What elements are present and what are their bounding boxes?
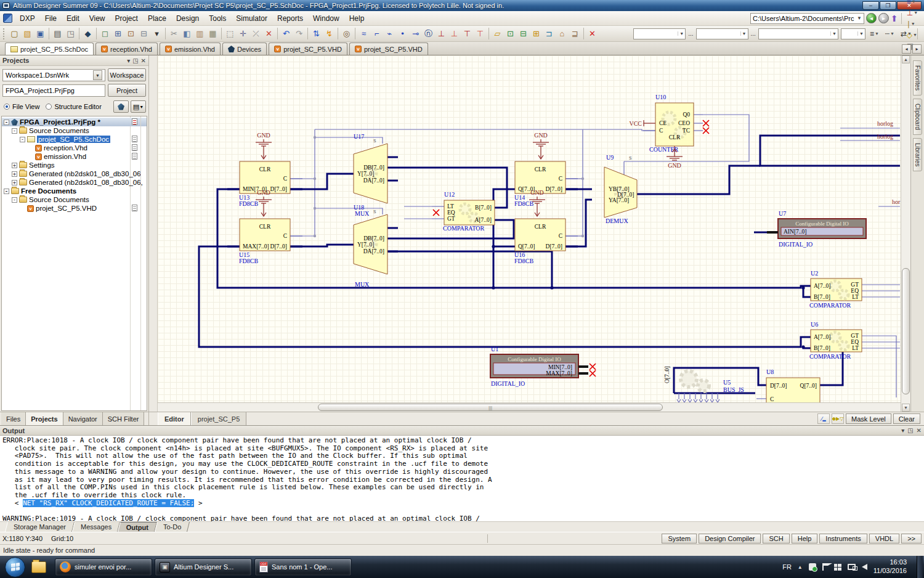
- usb-tray-icon[interactable]: [809, 563, 816, 571]
- component-U1[interactable]: Configurable Digital IOMIN[7..0]MAX[7..0…: [490, 346, 588, 387]
- component-U2[interactable]: A[7..0]B[7..0]GTEQLTU2COMPARATOR: [809, 270, 862, 309]
- menu-dxp[interactable]: DXP: [15, 12, 40, 25]
- net-label[interactable]: horlog: [877, 120, 893, 127]
- menu-view[interactable]: View: [84, 12, 110, 25]
- menu-file[interactable]: File: [40, 12, 62, 25]
- bottom-tab-to-do[interactable]: To-Do: [155, 522, 190, 532]
- save-document-icon[interactable]: ▣: [34, 27, 47, 40]
- tree-expander-icon[interactable]: +: [12, 163, 17, 168]
- side-tab-favorites[interactable]: Favorites: [913, 60, 922, 96]
- address-dropdown-icon[interactable]: ▼: [857, 15, 862, 21]
- cut-icon[interactable]: ✂: [168, 27, 180, 40]
- side-tab-clipboard[interactable]: Clipboard: [913, 99, 922, 135]
- place-sheet-entry-icon[interactable]: ⊟: [517, 27, 530, 40]
- move-up-down-icon[interactable]: ⇅: [310, 27, 323, 40]
- vertical-scroll-thumb[interactable]: [902, 268, 910, 394]
- paste-array-icon[interactable]: ▦: [206, 27, 219, 40]
- menu-reports[interactable]: Reports: [272, 12, 308, 25]
- doc-tab-reception.vhd[interactable]: vreception.Vhd: [95, 43, 158, 55]
- output-log[interactable]: ERROR:Place:1018 - A clock IOB / clock c…: [0, 435, 924, 521]
- action-center-icon[interactable]: [822, 563, 828, 571]
- tree-item-reception-vhd[interactable]: vreception.Vhd: [2, 144, 147, 152]
- size-combo[interactable]: ▼: [696, 28, 748, 39]
- show-desktop-button[interactable]: [917, 556, 923, 578]
- place-junction-icon[interactable]: •: [396, 27, 409, 40]
- paste-icon[interactable]: ▥: [193, 27, 206, 40]
- print-preview-icon[interactable]: ◳: [64, 27, 77, 40]
- tree-expander-icon[interactable]: -: [12, 128, 17, 134]
- style-combo[interactable]: ▼: [758, 28, 838, 39]
- up-one-level-icon[interactable]: ⬆: [891, 14, 898, 23]
- component-U15[interactable]: CLRCMAX[7..0]D[7..0]U15FD8CB: [227, 219, 302, 264]
- workspace-combo[interactable]: Workspace1.DsnWrk▼: [2, 69, 105, 81]
- find-similar-icon[interactable]: ◎: [340, 27, 353, 40]
- tree-expander-icon[interactable]: +: [12, 180, 17, 185]
- line-weight-dropdown[interactable]: ≡▼: [868, 28, 881, 39]
- address-bar[interactable]: C:\Users\Altium-2\Documents\Prc▼: [750, 13, 864, 24]
- place-gnd-power-icon[interactable]: ⊥: [448, 27, 461, 40]
- place-probe-icon[interactable]: ⊒: [569, 27, 582, 40]
- workspace-button[interactable]: Workspace: [108, 68, 146, 81]
- tree-expander-icon[interactable]: -: [20, 137, 25, 142]
- mask-level-button[interactable]: Mask Level: [846, 413, 891, 424]
- zoom-document-icon[interactable]: ⊞: [111, 27, 124, 40]
- status-button-design-compiler[interactable]: Design Compiler: [699, 534, 761, 543]
- status-button-sch[interactable]: SCH: [763, 534, 789, 543]
- schematic-drawing[interactable]: CLRCMIN[7..0]D[7..0]U13FD8CBCLRCMAX[7..0…: [158, 55, 901, 402]
- taskbar-button-altium[interactable]: ▣Altium Designer S...: [155, 558, 252, 576]
- open-document-icon[interactable]: ▧: [21, 27, 34, 40]
- font-combo[interactable]: ▼: [633, 28, 686, 39]
- output-menu-icon[interactable]: ▾: [901, 427, 904, 434]
- devices-view-icon[interactable]: ◆: [81, 27, 94, 40]
- doc-tab-projet_sc_p5.vhd[interactable]: vprojet_SC_P5.VHD: [269, 43, 347, 55]
- menu-design[interactable]: Design: [171, 12, 204, 25]
- place-vcc-port-icon[interactable]: ⊤: [461, 27, 474, 40]
- project-field[interactable]: FPGA_Project1.PrjFpg: [2, 84, 105, 97]
- tree-item-settings[interactable]: +Settings: [2, 161, 147, 169]
- forward-button[interactable]: ▸: [878, 13, 889, 23]
- editor-tab-projet_sc_p5[interactable]: projet_SC_P5: [191, 412, 247, 425]
- toolbar-grip[interactable]: [3, 28, 6, 39]
- filter-icon[interactable]: ◆▶▽: [832, 413, 844, 424]
- place-bus-icon[interactable]: ⌐: [370, 27, 383, 40]
- project-button[interactable]: Project: [108, 84, 146, 97]
- menu-help[interactable]: Help: [344, 12, 370, 25]
- clear-filter-icon[interactable]: ✕: [262, 27, 275, 40]
- place-bus-entry-icon[interactable]: ⌁: [383, 27, 396, 40]
- tree-item-projet-sc-p5-vhd[interactable]: vprojet_SC_P5.VHD: [2, 204, 147, 213]
- zoom-selection-icon[interactable]: ⊡: [124, 27, 137, 40]
- panel-tab-files[interactable]: Files: [1, 412, 26, 425]
- tree-item-source-documents[interactable]: -Source Documents: [2, 195, 147, 204]
- menu-window[interactable]: Window: [308, 12, 344, 25]
- component-U10[interactable]: Q0CECEOCTCCLRU10VCCCOUNTERGND: [629, 94, 694, 169]
- zoom-window-icon[interactable]: ◻: [99, 27, 111, 40]
- panel-tab-sch-filter[interactable]: SCH Filter: [103, 412, 145, 425]
- output-pin-icon[interactable]: ◳: [907, 427, 913, 434]
- interactive-run-icon[interactable]: ↯: [323, 27, 336, 40]
- side-tab-libraries[interactable]: Libraries: [913, 138, 922, 171]
- bottom-tab-storage-manager[interactable]: Storage Manager: [5, 522, 75, 532]
- zoom-dropdown-icon[interactable]: ▾: [150, 27, 163, 40]
- structure-editor-radio[interactable]: [46, 104, 52, 110]
- tab-scroll-right-icon[interactable]: ▸: [912, 44, 922, 54]
- editor-tab-editor[interactable]: Editor: [158, 412, 191, 425]
- line-style-dropdown[interactable]: ┄▼: [883, 28, 896, 39]
- tree-item-projet-sc-p5-schdoc[interactable]: -projet_SC_P5.SchDoc: [2, 135, 147, 144]
- place-part-icon[interactable]: ▱: [491, 27, 504, 40]
- open-document-dropdown[interactable]: ▤▼: [131, 100, 146, 113]
- status-button-instruments[interactable]: Instruments: [819, 534, 867, 543]
- output-close-icon[interactable]: ✕: [917, 427, 922, 434]
- net-label[interactable]: hor: [892, 198, 901, 205]
- back-button[interactable]: ◂: [866, 13, 877, 23]
- status-button--[interactable]: >>: [901, 534, 922, 543]
- place-device-sheet-icon[interactable]: ⊞: [530, 27, 543, 40]
- horizontal-scroll-thumb[interactable]: [318, 404, 663, 411]
- cross-probe-icon[interactable]: ⤫: [249, 27, 262, 40]
- power-sources-icon[interactable]: ⊥▼: [905, 7, 920, 18]
- status-button-help[interactable]: Help: [792, 534, 818, 543]
- panel-splitter[interactable]: [149, 55, 158, 412]
- tree-item-source-documents[interactable]: -Source Documents: [2, 126, 147, 135]
- menu-edit[interactable]: Edit: [62, 12, 84, 25]
- menu-project[interactable]: Project: [110, 12, 143, 25]
- tree-item-emission-vhd[interactable]: vemission.Vhd: [2, 152, 147, 161]
